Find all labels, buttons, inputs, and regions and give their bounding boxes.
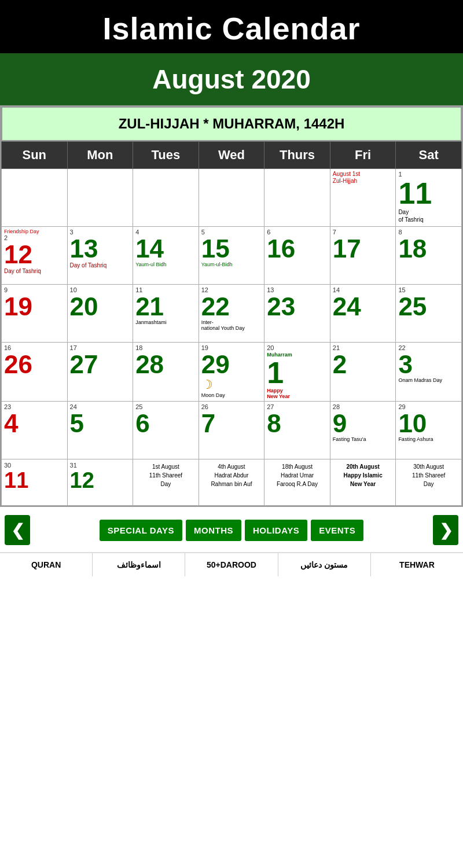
nav-row1: ❮ SPECIAL DAYS MONTHS HOLIDAYS EVENTS ❯ — [0, 512, 463, 549]
calendar-row-1: August 1st Zul-Hijjah 1 11 Day of Tashri… — [2, 169, 462, 227]
quran-button[interactable]: QURAN — [0, 553, 93, 576]
cell-aug8-sat: 8 18 — [396, 227, 462, 285]
cell-aug24-mon: 24 5 — [67, 402, 133, 459]
calendar-row-5: 23 4 24 5 25 6 26 7 27 8 — [2, 402, 462, 459]
cell-aug27-thurs: 27 8 — [264, 402, 330, 459]
cell-empty-5 — [264, 169, 330, 227]
date-11: 11 — [398, 178, 459, 208]
cell-aug14-fri: 14 24 — [330, 285, 396, 343]
special-days-button[interactable]: SPECIAL DAYS — [100, 520, 182, 541]
weekday-tues: Tues — [133, 142, 199, 169]
cell-aug13-thurs: 13 23 — [264, 285, 330, 343]
date-8: 8 — [267, 411, 328, 436]
cell-aug2-sun: Friendship Day 2 12 Day of Tashriq — [2, 227, 68, 285]
cell-aug11-tues: 11 21 Janmashtami — [133, 285, 199, 343]
date-29: 29 — [201, 352, 262, 377]
cell-aug23-sun: 23 4 — [2, 402, 68, 459]
cell-aug4-tues: 4 14 Yaum-ul Bidh — [133, 227, 199, 285]
next-button[interactable]: ❯ — [433, 515, 458, 545]
cell-aug16-sun: 16 26 — [2, 343, 68, 402]
cell-aug10-mon: 10 20 — [67, 285, 133, 343]
masnoon-button[interactable]: مستون دعائیں — [278, 553, 371, 576]
calendar-row-4: 16 26 17 27 18 28 19 29 ☽ Moon Day — [2, 343, 462, 402]
cell-aug6-thurs: 6 16 — [264, 227, 330, 285]
date-23: 23 — [267, 294, 328, 319]
cell-aug30-sun: 30 11 — [2, 459, 68, 506]
bottom-nav: ❮ SPECIAL DAYS MONTHS HOLIDAYS EVENTS ❯ … — [0, 507, 463, 576]
cell-empty-2 — [67, 169, 133, 227]
app-title: Islamic Calendar — [102, 11, 360, 46]
cell-note-wed: 4th August Hadrat Abdur Rahman bin Auf — [199, 459, 264, 506]
cell-aug1: August 1st Zul-Hijjah — [330, 169, 396, 227]
month-title: August 2020 — [152, 64, 311, 94]
cell-aug12-wed: 12 22 Inter- national Youth Day — [199, 285, 264, 343]
cell-note-sat: 30th August 11th Shareef Day — [396, 459, 462, 506]
date-20: 20 — [70, 294, 131, 319]
date-13: 13 — [70, 236, 131, 262]
cell-aug26-wed: 26 7 — [199, 402, 264, 459]
cell-aug25-tues: 25 6 — [133, 402, 199, 459]
date-11b: 11 — [4, 469, 65, 491]
nav-buttons: SPECIAL DAYS MONTHS HOLIDAYS EVENTS — [30, 520, 433, 541]
cell-aug3-mon: 3 13 Day of Tashriq — [67, 227, 133, 285]
calendar-wrapper: ZUL-HIJJAH * MUHARRAM, 1442H Sun Mon Tue… — [0, 105, 463, 507]
cell-aug9-sun: 9 19 — [2, 285, 68, 343]
holidays-button[interactable]: HOLIDAYS — [245, 520, 307, 541]
date-25: 25 — [398, 294, 459, 319]
weekday-sat: Sat — [396, 142, 462, 169]
months-button[interactable]: MONTHS — [186, 520, 241, 541]
date-28: 28 — [135, 352, 196, 377]
date-26: 26 — [4, 352, 65, 377]
cell-aug18-tues: 18 28 — [133, 343, 199, 402]
date-17: 17 — [333, 236, 394, 262]
cell-aug1-sat: 1 11 Day of Tashriq — [396, 169, 462, 227]
prev-button[interactable]: ❮ — [5, 515, 30, 545]
cell-aug29-sat: 29 10 Fasting Ashura — [396, 402, 462, 459]
date-4: 4 — [4, 411, 65, 436]
app-header: Islamic Calendar — [0, 0, 463, 53]
cell-note-fri: 20th August Happy Islamic New Year — [330, 459, 396, 506]
date-12b: 12 — [70, 469, 131, 491]
cell-empty-4 — [199, 169, 264, 227]
weekday-fri: Fri — [330, 142, 396, 169]
month-header: August 2020 — [0, 53, 463, 105]
cell-empty-1 — [2, 169, 68, 227]
islamic-month-text: ZUL-HIJJAH * MUHARRAM, 1442H — [119, 116, 345, 131]
date-2: 2 — [333, 352, 394, 377]
tehwar-button[interactable]: TEHWAR — [371, 553, 463, 576]
date-14: 14 — [135, 236, 196, 262]
date-21: 21 — [135, 294, 196, 319]
asma-button[interactable]: اسماءوظائف — [93, 553, 185, 576]
events-button[interactable]: EVENTS — [311, 520, 363, 541]
date-5: 5 — [70, 411, 131, 436]
cell-aug28-fri: 28 9 Fasting Tasu'a — [330, 402, 396, 459]
date-15: 15 — [201, 236, 262, 262]
date-3: 3 — [398, 352, 459, 377]
islamic-month-banner: ZUL-HIJJAH * MUHARRAM, 1442H — [1, 106, 462, 141]
date-9a: 9 — [333, 411, 394, 436]
date-24: 24 — [333, 294, 394, 319]
darood-button[interactable]: 50+DAROOD — [185, 553, 278, 576]
cell-note-tues: 1st August 11th Shareef Day — [133, 459, 199, 506]
date-10a: 10 — [398, 411, 459, 436]
cell-aug31-mon: 31 12 — [67, 459, 133, 506]
date-19: 19 — [4, 294, 65, 319]
weekday-mon: Mon — [67, 142, 133, 169]
weekday-wed: Wed — [199, 142, 264, 169]
calendar-row-6: 30 11 31 12 1st August 11th Shareef Day … — [2, 459, 462, 506]
cell-aug7-fri: 7 17 — [330, 227, 396, 285]
weekday-header-row: Sun Mon Tues Wed Thurs Fri Sat — [2, 142, 462, 169]
cell-aug19-wed: 19 29 ☽ Moon Day — [199, 343, 264, 402]
cell-aug15-sat: 15 25 — [396, 285, 462, 343]
cell-note-thurs: 18th August Hadrat Umar Farooq R.A Day — [264, 459, 330, 506]
weekday-thurs: Thurs — [264, 142, 330, 169]
date-27: 27 — [70, 352, 131, 377]
date-12: 12 — [4, 242, 65, 267]
cell-aug20-thurs: 20 Muharram 1 Happy New Year — [264, 343, 330, 402]
date-7: 7 — [201, 411, 262, 436]
cell-aug17-mon: 17 27 — [67, 343, 133, 402]
date-22: 22 — [201, 294, 262, 319]
calendar-row-2: Friendship Day 2 12 Day of Tashriq 3 13 … — [2, 227, 462, 285]
date-6: 6 — [135, 411, 196, 436]
calendar-row-3: 9 19 10 20 11 21 Janmashtami 12 22 Inter… — [2, 285, 462, 343]
